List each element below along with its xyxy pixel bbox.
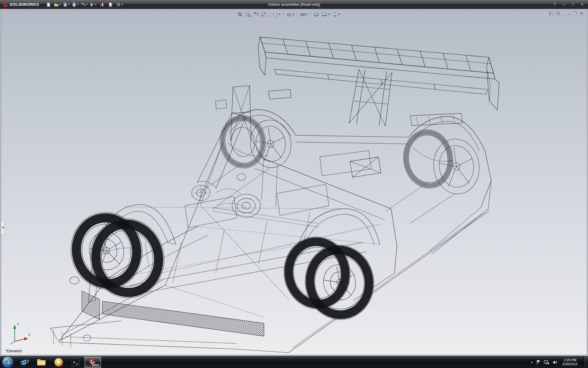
cursor-icon (89, 2, 94, 7)
cockpit-structure (197, 86, 291, 209)
options-button[interactable] (115, 1, 123, 8)
solidworks-logo-icon (2, 2, 8, 7)
chassis-internals (107, 143, 455, 317)
chevron-down-icon (306, 14, 308, 15)
graphics-area[interactable]: Y X *Dimetric (1, 9, 587, 355)
dock-right-icon (555, 11, 560, 16)
open-document-button[interactable] (53, 1, 61, 8)
help-button[interactable]: ? (551, 2, 558, 8)
view-settings-icon (332, 12, 338, 17)
system-tray: ▲ 2:25 PM 6/26/2015 (530, 356, 588, 368)
solidworks-logo: SOLIDWORKS (2, 2, 39, 7)
print-icon (72, 2, 77, 7)
chevron-down-icon (338, 14, 340, 15)
taskbar-item-command-prompt[interactable] (67, 357, 84, 368)
new-document-icon (46, 2, 51, 7)
minimize-button[interactable]: — (560, 2, 567, 8)
chevron-down-icon (59, 4, 61, 5)
undo-icon (81, 2, 85, 7)
taskbar-item-windows-explorer[interactable] (33, 357, 50, 368)
chevron-down-icon (292, 14, 294, 15)
doc-restore-icon (573, 11, 578, 16)
command-prompt-icon (72, 358, 80, 366)
app-name: SOLIDWORKS (9, 2, 39, 7)
wireframe-model (1, 9, 587, 355)
toolbar-separator (270, 12, 270, 17)
print-button[interactable] (71, 1, 79, 8)
file-properties-button[interactable] (107, 1, 115, 8)
titlebar: SOLIDWORKS (0, 0, 588, 9)
rear-wing (258, 37, 499, 126)
y-axis-label: Y (17, 322, 19, 326)
doc-close-icon (579, 11, 584, 16)
document-window-controls (549, 11, 584, 16)
taskbar-item-solidworks[interactable]: 2015 (85, 357, 101, 368)
windows-flag-icon (5, 359, 11, 365)
reference-triad[interactable]: Y X (6, 320, 32, 346)
appearance-ball-icon (314, 12, 319, 17)
solidworks-version-badge: 2015 (92, 364, 99, 367)
undo-button[interactable] (80, 1, 88, 8)
x-axis-label: X (28, 333, 31, 336)
window-controls: ? — □ × (551, 2, 586, 8)
clock-time: 2:25 PM (563, 358, 578, 362)
scene-photo-icon (322, 12, 327, 17)
save-icon (63, 2, 68, 7)
network-icon[interactable] (544, 360, 549, 365)
chevron-down-icon (279, 14, 281, 15)
close-button[interactable]: × (579, 2, 586, 8)
clock-date: 6/26/2015 (563, 362, 578, 366)
measure-tool-button[interactable] (98, 1, 106, 8)
gear-icon (116, 2, 121, 7)
select-tool-button[interactable] (89, 1, 97, 8)
taskbar-item-media-player[interactable] (50, 357, 67, 368)
chevron-down-icon (121, 4, 123, 5)
previous-view-button[interactable] (252, 11, 260, 18)
chevron-down-icon (328, 14, 330, 15)
doc-close-button[interactable] (579, 11, 584, 16)
radiator-mesh (82, 291, 264, 336)
section-view-button[interactable] (260, 11, 268, 18)
apply-scene-button[interactable] (321, 11, 331, 18)
doc-restore-button[interactable] (573, 11, 578, 16)
view-orientation-button[interactable] (272, 11, 281, 18)
body-rear (251, 139, 397, 301)
taskbar-item-internet-explorer[interactable]: e (16, 357, 32, 368)
doc-minimize-button[interactable] (567, 11, 571, 16)
volume-icon[interactable] (552, 360, 557, 365)
hide-show-items-button[interactable] (299, 11, 309, 18)
start-button[interactable] (2, 357, 13, 367)
solidworks-taskbar-icon: 2015 (88, 358, 98, 367)
toolbar-separator (311, 12, 311, 17)
wheel-front-left (64, 201, 172, 309)
zoom-to-fit-button[interactable] (236, 11, 244, 18)
open-folder-icon (54, 2, 59, 7)
taskbar-clock[interactable]: 2:25 PM 6/26/2015 (561, 358, 581, 366)
save-button[interactable] (62, 1, 70, 8)
new-document-button[interactable] (44, 1, 52, 8)
headsup-toolbar (236, 11, 341, 18)
taskbar: e 2015 ▲ (0, 356, 588, 368)
edit-appearance-button[interactable] (313, 11, 320, 18)
dock-right-button[interactable] (555, 11, 560, 16)
show-hidden-icons-button[interactable]: ▲ (530, 361, 533, 364)
show-desktop-button[interactable] (584, 356, 588, 368)
feature-panel-collapse-tab[interactable] (1, 220, 5, 235)
document-title: Voiture assemblee [Read-only] (268, 2, 320, 7)
view-orientation-label: *Dimetric (6, 349, 22, 353)
action-center-flag-icon[interactable] (536, 360, 541, 365)
zoom-to-area-button[interactable] (244, 11, 252, 18)
toolbar-separator (283, 12, 284, 17)
chevron-down-icon (77, 4, 79, 5)
toolbar-separator (297, 12, 297, 17)
display-style-button[interactable] (285, 11, 295, 18)
previous-view-icon (253, 12, 259, 17)
dock-left-button[interactable] (549, 11, 553, 16)
glasses-icon (300, 12, 306, 17)
chevron-down-icon (68, 4, 70, 5)
screen: SOLIDWORKS (0, 0, 588, 368)
zoom-to-area-icon (245, 12, 251, 17)
restore-button[interactable]: □ (570, 2, 576, 8)
view-settings-button[interactable] (331, 11, 341, 18)
section-view-icon (261, 12, 267, 17)
